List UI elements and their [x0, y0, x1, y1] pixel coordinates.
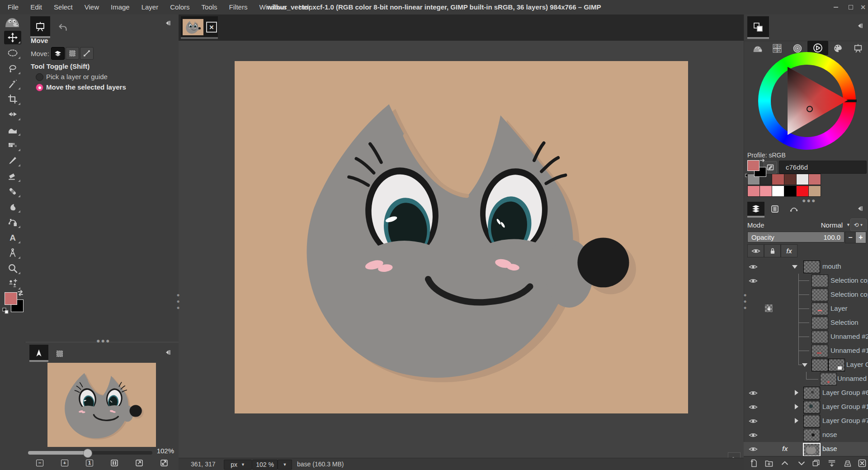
fit-window-button[interactable]	[135, 459, 144, 467]
splitter-handle[interactable]: ●●●	[744, 292, 746, 311]
heal-tool-button[interactable]	[4, 185, 21, 198]
visibility-header-button[interactable]	[747, 244, 764, 257]
layer-row-mouth[interactable]: mouth	[744, 260, 868, 274]
layer-row-selection-copy-2[interactable]: Selection copy	[744, 288, 868, 302]
visibility-eye-icon[interactable]	[749, 446, 758, 452]
mode-switch-button[interactable]: ⟲▼	[850, 218, 867, 231]
move-path-button[interactable]	[80, 47, 94, 60]
layer-row-layer-group-7[interactable]: Layer Group #7	[744, 414, 868, 428]
delete-layer-button[interactable]	[858, 459, 867, 468]
tab-tool-options[interactable]	[30, 16, 50, 37]
selector-scales-icon[interactable]	[853, 43, 863, 53]
free-select-tool-button[interactable]	[4, 62, 21, 75]
tab-selection-editor[interactable]	[50, 346, 69, 362]
history-swatch-6[interactable]	[747, 185, 760, 197]
history-swatch-10[interactable]	[796, 185, 809, 197]
dock-menu-icon[interactable]	[164, 20, 171, 26]
tab-layers[interactable]	[747, 202, 764, 216]
expander-icon[interactable]	[792, 265, 797, 269]
zoom-out-button[interactable]: −	[35, 459, 44, 467]
menu-windows[interactable]: Windows	[253, 0, 292, 14]
shrink-wrap-button[interactable]	[160, 459, 169, 467]
zoom-1-1-button[interactable]: 1	[85, 459, 94, 467]
expander-icon[interactable]	[795, 418, 798, 423]
selector-palette-icon[interactable]	[833, 43, 843, 53]
tab-channels[interactable]	[766, 202, 783, 216]
layer-row-base[interactable]: fx base	[744, 442, 868, 456]
default-colors-icon[interactable]	[2, 308, 9, 314]
history-swatch-2[interactable]	[772, 174, 784, 185]
move-selection-button[interactable]	[66, 47, 79, 60]
bucket-fill-tool-button[interactable]	[4, 123, 21, 137]
minimize-button[interactable]	[831, 3, 841, 12]
tab-undo-history[interactable]	[53, 18, 73, 37]
layer-row-layer-group-1[interactable]: Layer Group #1	[744, 400, 868, 414]
zoom-in-button[interactable]: +	[60, 459, 69, 467]
radio-pick-layer[interactable]	[36, 73, 43, 81]
add-mask-button[interactable]	[843, 459, 852, 468]
menu-filters[interactable]: Filters	[223, 0, 254, 14]
layer-row-unnamed-19[interactable]: Unnamed #19	[744, 344, 868, 358]
new-layer-button[interactable]	[750, 459, 759, 468]
layer-row-unnamed-2[interactable]: Unnamed #2	[744, 330, 868, 344]
zoom-value[interactable]: 102 %	[252, 460, 278, 470]
zoom-slider-handle[interactable]	[83, 449, 92, 458]
ellipse-select-tool-button[interactable]	[4, 46, 21, 60]
flip-tool-button[interactable]	[4, 108, 21, 121]
canvas-viewport[interactable]	[179, 41, 744, 458]
radio-move-selected[interactable]	[36, 84, 43, 91]
history-swatch-7[interactable]	[760, 185, 772, 197]
zoom-tool-button[interactable]	[4, 261, 21, 275]
hex-color-input[interactable]	[779, 161, 867, 174]
menu-select[interactable]: Select	[48, 0, 79, 14]
visibility-eye-icon[interactable]	[749, 404, 758, 410]
eraser-tool-button[interactable]	[4, 169, 21, 183]
drag-handle[interactable]: ●●●	[96, 339, 110, 342]
duplicate-layer-button[interactable]	[811, 459, 821, 468]
menu-colors[interactable]: Colors	[164, 0, 195, 14]
radio-pick-layer-label[interactable]: Pick a layer or guide	[46, 73, 108, 81]
move-layer-button[interactable]	[51, 47, 65, 60]
image-tab[interactable]: ✕	[181, 16, 218, 39]
close-image-icon[interactable]: ✕	[206, 22, 217, 33]
drag-handle[interactable]: ●●●	[802, 199, 816, 202]
history-swatch-11[interactable]	[808, 185, 821, 197]
menu-help[interactable]: Help	[292, 0, 318, 14]
lower-layer-button[interactable]	[797, 459, 806, 468]
navigation-preview[interactable]	[47, 363, 156, 447]
visibility-eye-icon[interactable]	[749, 432, 758, 438]
menu-layer[interactable]: Layer	[136, 0, 165, 14]
menu-file[interactable]: File	[2, 0, 24, 14]
gradient-tool-button[interactable]	[4, 138, 21, 152]
unit-dropdown[interactable]: px▼	[224, 460, 252, 470]
selector-gimp-icon[interactable]	[752, 43, 764, 53]
crop-tool-button[interactable]	[4, 92, 21, 106]
measure-tool-button[interactable]	[4, 246, 21, 260]
opacity-increase-button[interactable]: +	[855, 232, 866, 243]
fuzzy-select-tool-button[interactable]	[4, 77, 21, 90]
history-swatch-5[interactable]	[808, 174, 821, 185]
expander-icon[interactable]	[795, 404, 798, 409]
selector-cmyk-icon[interactable]: CMYK	[772, 43, 782, 53]
layer-row-selection[interactable]: Selection	[744, 316, 868, 330]
paintbrush-tool-button[interactable]	[4, 154, 21, 167]
merge-down-button[interactable]	[827, 459, 836, 468]
expander-icon[interactable]	[802, 363, 807, 367]
maximize-button[interactable]	[846, 3, 856, 12]
zoom-dropdown-arrow[interactable]: ▼	[278, 460, 292, 470]
dock-menu-icon[interactable]	[856, 23, 863, 29]
close-button[interactable]: ✕	[858, 3, 868, 12]
tab-pointer[interactable]	[29, 345, 48, 362]
text-tool-button[interactable]: A	[4, 231, 21, 244]
smudge-tool-button[interactable]	[4, 200, 21, 214]
layer-row-layer[interactable]: Layer	[744, 302, 868, 316]
menu-edit[interactable]: Edit	[24, 0, 48, 14]
visibility-eye-icon[interactable]	[749, 278, 758, 284]
layer-row-layer-group-6[interactable]: Layer Group #6	[744, 386, 868, 400]
splitter-handle[interactable]: ●●●	[177, 292, 179, 311]
menu-tools[interactable]: Tools	[196, 0, 223, 14]
foreground-color-swatch[interactable]	[5, 292, 17, 305]
history-swatch-3[interactable]	[784, 174, 797, 185]
zoom-fit-image-button[interactable]	[110, 459, 119, 467]
menu-image[interactable]: Image	[105, 0, 136, 14]
